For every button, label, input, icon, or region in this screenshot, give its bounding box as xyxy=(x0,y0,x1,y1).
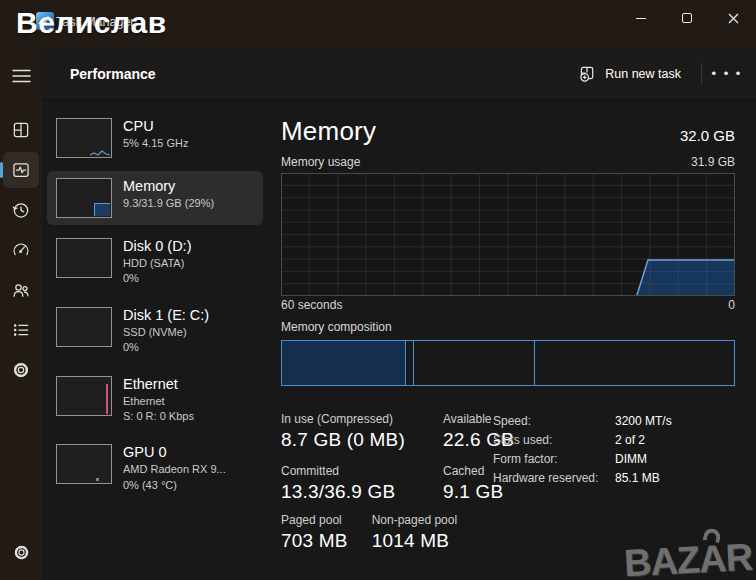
detail-label: Hardware reserved: xyxy=(493,471,615,485)
detail-value: DIMM xyxy=(615,452,672,466)
sidebar-item-processes[interactable] xyxy=(3,112,39,148)
sidebar-item-users[interactable] xyxy=(3,272,39,308)
memory-usage-graph xyxy=(281,173,735,296)
header-divider xyxy=(701,63,702,85)
hamburger-icon xyxy=(12,69,31,83)
stat-paged-pool: Paged pool 703 MB xyxy=(281,513,348,552)
close-icon xyxy=(728,13,739,24)
sidebar-item-details[interactable] xyxy=(3,312,39,348)
usage-label: Memory usage xyxy=(281,155,360,169)
axis-time-window: 60 seconds xyxy=(281,298,342,312)
resource-subline: AMD Radeon RX 9... xyxy=(123,462,226,477)
sidebar-item-app-history[interactable] xyxy=(3,192,39,228)
resource-subline: S: 0 R: 0 Kbps xyxy=(123,409,194,424)
memory-stats: In use (Compressed) 8.7 GB (0 MB) Availa… xyxy=(281,412,735,552)
sidebar-item-services[interactable] xyxy=(3,352,39,388)
performance-icon xyxy=(11,160,31,180)
memory-composition-bar[interactable] xyxy=(281,340,735,386)
resource-item-disk-0-d-[interactable]: Disk 0 (D:) HDD (SATA)0% xyxy=(47,231,263,294)
detail-value: 2 of 2 xyxy=(615,433,672,447)
gpu-spike xyxy=(96,478,99,481)
sidebar-item-settings[interactable] xyxy=(3,534,39,570)
detail-label: Speed: xyxy=(493,414,615,428)
resource-title: CPU xyxy=(123,118,188,134)
close-button[interactable] xyxy=(710,0,756,36)
resource-thumbnail xyxy=(56,238,112,278)
memory-usage-chart xyxy=(281,173,735,296)
resource-thumbnail xyxy=(56,307,112,347)
stat-in-use: In use (Compressed) 8.7 GB (0 MB) xyxy=(281,412,405,451)
resource-item-gpu-0[interactable]: GPU 0 AMD Radeon RX 9...0% (43 °C) xyxy=(47,437,263,500)
cpu-sparkline xyxy=(89,147,111,157)
composition-segment-free[interactable] xyxy=(535,341,734,385)
detail-label: Form factor: xyxy=(493,452,615,466)
eth-spike xyxy=(106,384,109,414)
resource-thumbnail xyxy=(56,118,112,158)
memory-capacity: 32.0 GB xyxy=(680,127,735,147)
details-icon xyxy=(11,320,31,340)
memory-title: Memory xyxy=(281,116,376,147)
resource-title: Memory xyxy=(123,178,214,194)
more-options-button[interactable]: • • • xyxy=(710,60,744,88)
mem-usage-block xyxy=(94,203,110,216)
minimize-button[interactable] xyxy=(618,0,664,36)
resource-item-cpu[interactable]: CPU 5% 4.15 GHz xyxy=(47,111,263,165)
resource-subline: 0% xyxy=(123,340,209,355)
resource-subline: 0% (43 °C) xyxy=(123,478,226,493)
chart-axis-row: 60 seconds 0 xyxy=(281,298,735,312)
usage-scale-max: 31.9 GB xyxy=(691,155,735,169)
startup-apps-icon xyxy=(11,240,31,260)
resource-title: Disk 1 (E: C:) xyxy=(123,307,209,323)
resource-subline: HDD (SATA) xyxy=(123,256,191,271)
resource-subline: Ethernet xyxy=(123,394,194,409)
performance-body: CPU 5% 4.15 GHz Memory 9.3/31.9 GB (29%)… xyxy=(42,100,756,580)
usage-row: Memory usage 31.9 GB xyxy=(281,155,735,169)
sidebar-item-performance[interactable] xyxy=(3,152,39,188)
resource-title: Disk 0 (D:) xyxy=(123,238,191,254)
composition-label: Memory composition xyxy=(281,320,735,334)
sidebar-item-startup-apps[interactable] xyxy=(3,232,39,268)
hamburger-menu-button[interactable] xyxy=(3,58,39,94)
run-new-task-label: Run new task xyxy=(605,67,681,81)
watermark-username: Велислав xyxy=(16,6,167,40)
app-history-icon xyxy=(11,200,31,220)
memory-pane: Memory 32.0 GB Memory usage 31.9 GB 60 s… xyxy=(268,100,756,580)
stat-nonpaged-pool: Non-paged pool 1014 MB xyxy=(372,513,457,552)
maximize-button[interactable] xyxy=(664,0,710,36)
navigation-sidebar xyxy=(0,48,42,580)
page-title: Performance xyxy=(70,66,156,82)
processes-icon xyxy=(11,120,31,140)
detail-label: Slots used: xyxy=(493,433,615,447)
resource-subline: 0% xyxy=(123,271,191,286)
composition-segment-standby[interactable] xyxy=(414,341,535,385)
services-icon xyxy=(11,360,31,380)
resource-thumbnail xyxy=(56,376,112,416)
settings-gear-icon xyxy=(12,543,31,562)
axis-time-now: 0 xyxy=(728,298,735,312)
resource-list: CPU 5% 4.15 GHz Memory 9.3/31.9 GB (29%)… xyxy=(42,100,268,580)
run-new-task-icon xyxy=(580,66,596,82)
maximize-icon xyxy=(682,13,692,23)
resource-item-memory[interactable]: Memory 9.3/31.9 GB (29%) xyxy=(47,171,263,225)
page-header: Performance Run new task • • • xyxy=(42,48,756,100)
resource-item-ethernet[interactable]: Ethernet EthernetS: 0 R: 0 Kbps xyxy=(47,369,263,432)
resource-title: Ethernet xyxy=(123,376,194,392)
resource-subline: 5% 4.15 GHz xyxy=(123,136,188,151)
content-panel: Performance Run new task • • • CPU 5% 4.… xyxy=(42,48,756,580)
composition-segment-modified[interactable] xyxy=(406,341,414,385)
window-controls xyxy=(618,0,756,36)
header-actions: Run new task • • • xyxy=(568,59,744,89)
run-new-task-button[interactable]: Run new task xyxy=(568,59,693,89)
ellipsis-icon: • • • xyxy=(712,66,743,81)
minimize-icon xyxy=(636,18,646,19)
resource-subline: SSD (NVMe) xyxy=(123,325,209,340)
hardware-details: Speed:3200 MT/sSlots used:2 of 2Form fac… xyxy=(493,414,672,485)
composition-segment-in-use[interactable] xyxy=(282,341,406,385)
memory-header: Memory 32.0 GB xyxy=(281,116,735,147)
resource-title: GPU 0 xyxy=(123,444,226,460)
resource-subline: 9.3/31.9 GB (29%) xyxy=(123,196,214,211)
bazar-logo: BAZAR xyxy=(623,536,753,580)
resource-thumbnail xyxy=(56,444,112,484)
resource-item-disk-1-e-c-[interactable]: Disk 1 (E: C:) SSD (NVMe)0% xyxy=(47,300,263,363)
detail-value: 85.1 MB xyxy=(615,471,672,485)
